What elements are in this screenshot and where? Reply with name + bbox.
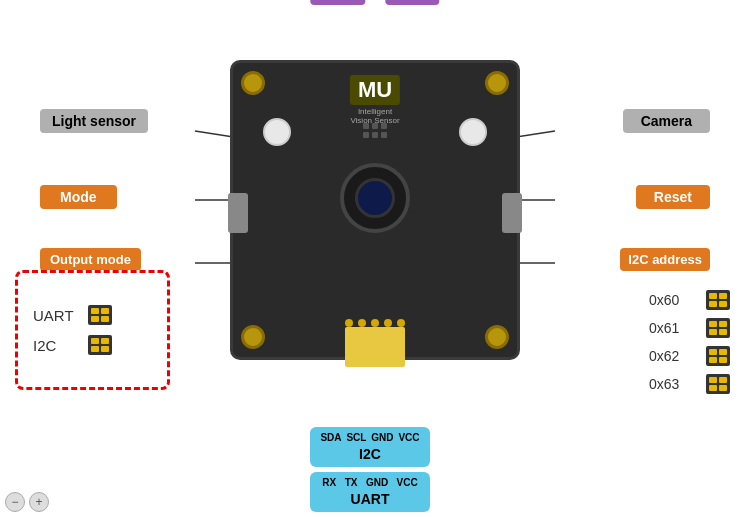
switch-dot (709, 329, 717, 335)
switch-dot (709, 301, 717, 307)
light-sensor-label: Light sensor (40, 109, 148, 133)
camera-lens-inner (355, 178, 395, 218)
switch-dot (719, 321, 727, 327)
addr-switch-0x62[interactable] (706, 346, 730, 366)
i2c-pins: SDA SCL GND VCC (318, 432, 422, 443)
mode-label[interactable]: Mode (40, 185, 117, 209)
switch-dot (91, 346, 99, 352)
mount-hole-tr (485, 71, 509, 95)
uart-label: UART (33, 307, 73, 324)
switch-dot (91, 316, 99, 322)
uart-row: UART (33, 305, 112, 325)
mode-button-right[interactable] (502, 193, 522, 233)
uart-connector-label: UART (318, 491, 422, 507)
yellow-dots-row (345, 319, 405, 327)
switch-dot (719, 349, 727, 355)
addr-0x60: 0x60 (649, 292, 694, 308)
switch-dot (91, 338, 99, 344)
board-area: LED1 LED2 MU IntelligentVision Sensor (230, 20, 520, 390)
i2c-connector-box: SDA SCL GND VCC I2C (310, 427, 430, 467)
tx-pin: TX (345, 477, 358, 488)
led2-label: LED2 (385, 0, 440, 5)
switch-dot (709, 349, 717, 355)
sensor-dot (363, 123, 369, 129)
yellow-dot (384, 319, 392, 327)
mount-hole-br (485, 325, 509, 349)
zoom-in-button[interactable]: + (29, 492, 49, 512)
switch-dot (719, 293, 727, 299)
addr-row-0x63: 0x63 (649, 374, 730, 394)
mount-hole-tl (241, 71, 265, 95)
sensor-dots (363, 123, 387, 138)
switch-dot (719, 385, 727, 391)
rx-pin: RX (322, 477, 336, 488)
output-mode-label[interactable]: Output mode (40, 248, 141, 271)
zoom-out-button[interactable]: − (5, 492, 25, 512)
addr-switch-0x61[interactable] (706, 318, 730, 338)
light-sensor-left (263, 118, 291, 146)
switch-dot (709, 385, 717, 391)
switch-dot (101, 346, 109, 352)
switch-dot (101, 338, 109, 344)
mu-logo: MU IntelligentVision Sensor (350, 75, 400, 125)
yellow-dot (345, 319, 353, 327)
vcc-pin: VCC (397, 477, 418, 488)
i2c-row: I2C (33, 335, 112, 355)
gnd-pin: GND (366, 477, 388, 488)
switch-dot (709, 293, 717, 299)
reset-label[interactable]: Reset (636, 185, 710, 209)
mode-button-left[interactable] (228, 193, 248, 233)
sensor-dot (381, 123, 387, 129)
gnd-pin: GND (371, 432, 393, 443)
mu-board: MU IntelligentVision Sensor (230, 60, 520, 360)
i2c-address-table: 0x60 0x61 0x62 (649, 290, 730, 394)
scl-pin: SCL (346, 432, 366, 443)
uart-connector-box: RX TX GND VCC UART (310, 472, 430, 512)
sda-pin: SDA (320, 432, 341, 443)
yellow-dot (397, 319, 405, 327)
bottom-connector (345, 327, 405, 367)
i2c-switch[interactable] (88, 335, 112, 355)
switch-dot (719, 329, 727, 335)
led-container: LED1 LED2 (310, 0, 439, 5)
switch-dot (101, 316, 109, 322)
yellow-dot (358, 319, 366, 327)
addr-switch-0x63[interactable] (706, 374, 730, 394)
i2c-label: I2C (33, 337, 73, 354)
sensor-dot (372, 123, 378, 129)
switch-dot (719, 357, 727, 363)
led1-label: LED1 (310, 0, 365, 5)
switch-dot (709, 321, 717, 327)
brand-text: MU (350, 75, 400, 105)
yellow-dot (371, 319, 379, 327)
addr-row-0x61: 0x61 (649, 318, 730, 338)
i2c-address-label[interactable]: I2C address (620, 248, 710, 271)
i2c-connector-label: I2C (318, 446, 422, 462)
addr-switch-0x60[interactable] (706, 290, 730, 310)
camera-label: Camera (623, 109, 710, 133)
output-mode-box: UART I2C (15, 270, 170, 390)
sensor-dot (381, 132, 387, 138)
switch-dot (719, 377, 727, 383)
zoom-controls: − + (5, 492, 49, 512)
addr-0x61: 0x61 (649, 320, 694, 336)
switch-dot (101, 308, 109, 314)
switch-dot (91, 308, 99, 314)
main-container: LED1 LED2 MU IntelligentVision Sensor (0, 0, 750, 517)
sensor-dot (363, 132, 369, 138)
switch-dot (719, 301, 727, 307)
light-sensor-right (459, 118, 487, 146)
addr-0x63: 0x63 (649, 376, 694, 392)
addr-row-0x62: 0x62 (649, 346, 730, 366)
vcc-pin: VCC (398, 432, 419, 443)
camera-lens (340, 163, 410, 233)
uart-switch[interactable] (88, 305, 112, 325)
switch-dot (709, 357, 717, 363)
uart-pins: RX TX GND VCC (318, 477, 422, 488)
mount-hole-bl (241, 325, 265, 349)
switch-dot (709, 377, 717, 383)
addr-0x62: 0x62 (649, 348, 694, 364)
addr-row-0x60: 0x60 (649, 290, 730, 310)
sensor-dot (372, 132, 378, 138)
